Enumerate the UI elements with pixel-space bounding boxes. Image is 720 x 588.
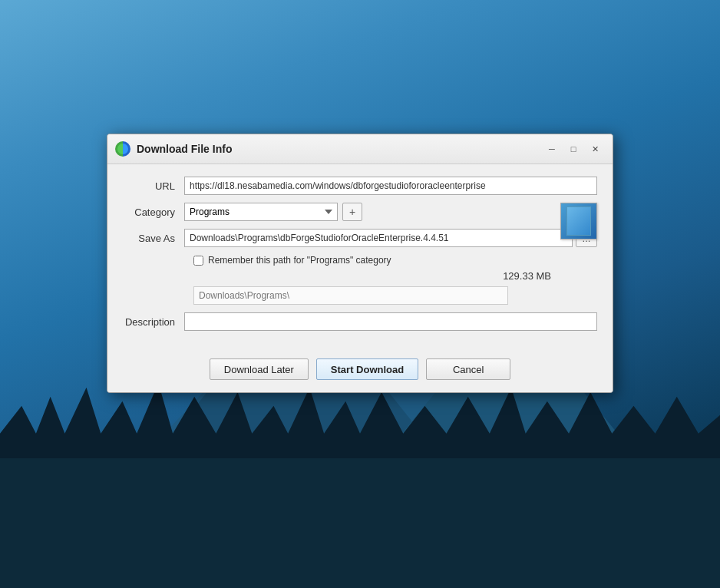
close-button[interactable]: ✕ <box>585 140 605 157</box>
cancel-button[interactable]: Cancel <box>426 358 510 380</box>
path-hint-row <box>193 286 597 305</box>
path-hint-input[interactable] <box>193 286 508 305</box>
app-icon <box>115 141 130 157</box>
category-select[interactable]: Programs Music Videos Documents Compress… <box>184 203 338 221</box>
minimize-button[interactable]: ─ <box>542 140 562 157</box>
remember-row: Remember this path for "Programs" catego… <box>193 255 597 266</box>
url-field-container <box>184 177 597 195</box>
description-label: Description <box>123 316 184 328</box>
url-row: URL <box>123 177 597 195</box>
title-bar: Download File Info ─ □ ✕ <box>107 134 613 164</box>
save-as-controls: ... <box>184 229 597 247</box>
save-as-field-container: ... <box>184 229 597 247</box>
category-field-container: Programs Music Videos Documents Compress… <box>184 203 597 221</box>
save-as-label: Save As <box>123 233 184 244</box>
category-controls: Programs Music Videos Documents Compress… <box>184 203 597 221</box>
dialog-overlay: Download File Info ─ □ ✕ URL <box>0 0 720 588</box>
remember-checkbox[interactable] <box>193 256 203 266</box>
dialog-footer: Download Later Start Download Cancel <box>107 351 613 392</box>
maximize-button[interactable]: □ <box>563 140 583 157</box>
description-row: Description <box>123 312 597 331</box>
category-label: Category <box>123 206 184 218</box>
add-category-button[interactable]: + <box>342 203 362 221</box>
start-download-button[interactable]: Start Download <box>316 358 418 380</box>
url-input[interactable] <box>184 177 597 195</box>
dialog-body: URL Category Programs Music Videos Docum… <box>107 164 613 351</box>
download-dialog: Download File Info ─ □ ✕ URL <box>107 134 613 393</box>
window-controls: ─ □ ✕ <box>542 140 605 157</box>
file-icon-inner <box>566 206 591 236</box>
dialog-title: Download File Info <box>137 143 536 155</box>
file-icon-area <box>560 203 597 239</box>
url-label: URL <box>123 180 184 192</box>
description-input[interactable] <box>184 312 597 331</box>
category-row: Category Programs Music Videos Documents… <box>123 203 597 221</box>
download-later-button[interactable]: Download Later <box>210 358 309 380</box>
file-icon <box>560 203 597 239</box>
save-as-row: Save As ... <box>123 229 597 247</box>
save-as-input[interactable] <box>184 229 573 247</box>
remember-label[interactable]: Remember this path for "Programs" catego… <box>208 255 391 266</box>
file-size: 129.33 MB <box>123 270 597 282</box>
description-field-container <box>184 312 597 331</box>
